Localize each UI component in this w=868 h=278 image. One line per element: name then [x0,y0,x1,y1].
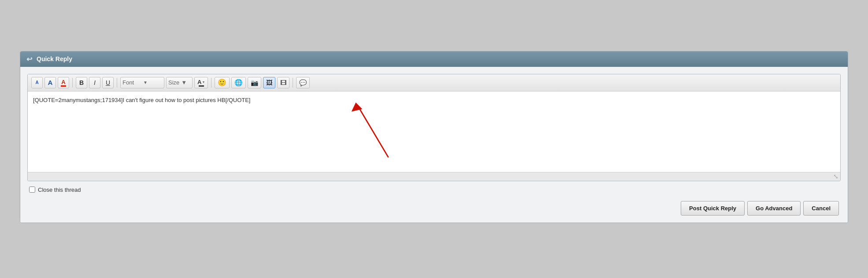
font-dropdown-arrow-icon: ▼ [143,80,162,85]
go-advanced-button[interactable]: Go Advanced [747,201,801,216]
font-a-red-icon: A [61,79,65,85]
separator-3 [211,78,211,88]
image-upload-button[interactable]: 📷 [248,77,261,88]
emoji-icon: 🙂 [218,78,226,87]
post-quick-reply-button[interactable]: Post Quick Reply [681,201,745,216]
cancel-button[interactable]: Cancel [803,201,839,216]
size-dropdown-arrow-icon: ▼ [181,79,190,86]
globe-icon: 🌐 [234,79,243,87]
font-size-increase-button[interactable]: A [45,77,56,88]
close-thread-text: Close this thread [38,187,81,193]
underline-button[interactable]: U [102,77,114,88]
bottom-buttons: Post Quick Reply Go Advanced Cancel [27,197,841,216]
separator-1 [72,78,73,88]
insert-image-button[interactable]: 🖼 [263,77,275,88]
color-bar-icon [61,85,66,87]
panel-body: A A A B [20,67,848,223]
toolbar: A A A B [28,74,840,91]
quote-icon: 💬 [299,79,307,86]
separator-4 [293,78,293,88]
color-underline-icon [199,85,204,87]
quick-reply-panel: ↩ Quick Reply A A A [20,51,848,223]
insert-video-button[interactable]: 🎞 [277,77,289,88]
font-a-large-icon: A [48,79,53,86]
font-color-red-button[interactable]: A [58,77,69,88]
resize-bar: ⤡ [28,172,840,181]
font-size-decrease-button[interactable]: A [31,77,43,88]
close-thread-label[interactable]: Close this thread [29,187,81,193]
footer-options: Close this thread [27,181,841,197]
font-color-icon: A [197,79,201,85]
emoji-button[interactable]: 🙂 [215,77,230,88]
italic-icon: I [94,79,96,86]
reply-textarea[interactable] [28,91,840,171]
film-icon: 🎞 [280,79,286,86]
editor-wrapper: A A A B [27,74,841,181]
size-dropdown[interactable]: Size ▼ [166,77,193,88]
close-thread-checkbox[interactable] [29,187,35,193]
panel-header: ↩ Quick Reply [20,51,848,67]
page-container: ↩ Quick Reply A A A [11,42,857,236]
bold-icon: B [79,79,84,86]
camera-icon: 📷 [251,79,258,86]
reply-icon: ↩ [26,55,32,63]
separator-2 [117,78,117,88]
dropdown-arrow-small-icon: ▼ [202,80,205,84]
italic-button[interactable]: I [89,77,100,88]
font-dropdown-label: Font [122,79,141,86]
size-dropdown-label: Size [168,79,179,86]
insert-link-button[interactable]: 🌐 [231,77,246,88]
image-frame-icon: 🖼 [266,79,272,86]
font-a-small-icon: A [35,80,38,85]
bold-button[interactable]: B [76,77,87,88]
editor-area-wrapper [28,91,840,172]
resize-handle-icon: ⤡ [833,173,838,179]
font-dropdown[interactable]: Font ▼ [120,77,164,88]
insert-quote-button[interactable]: 💬 [296,77,310,88]
underline-icon: U [106,79,110,86]
font-color-button[interactable]: A ▼ [194,77,208,88]
panel-title: Quick Reply [37,55,72,62]
